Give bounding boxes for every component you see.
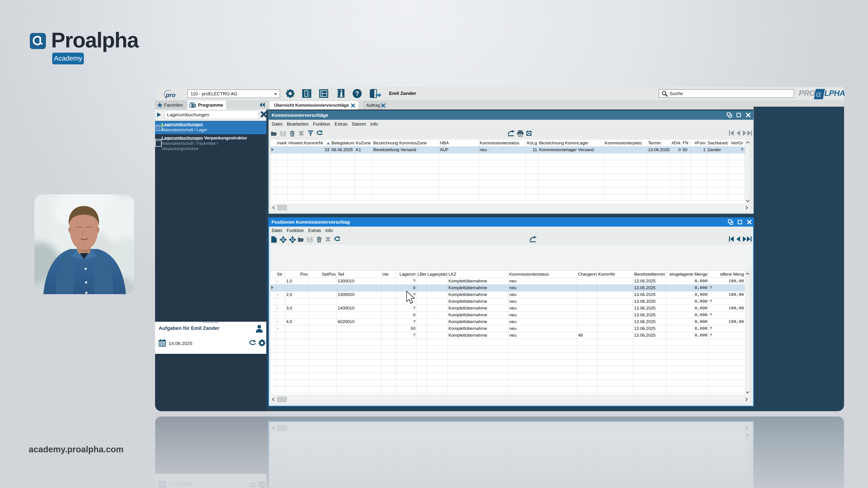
svg-text:?: ? — [355, 90, 359, 97]
svg-text:α: α — [816, 88, 822, 99]
svg-text:LPHA: LPHA — [825, 89, 845, 97]
svg-text:pro: pro — [165, 92, 176, 98]
svg-text:PRO: PRO — [799, 89, 815, 97]
